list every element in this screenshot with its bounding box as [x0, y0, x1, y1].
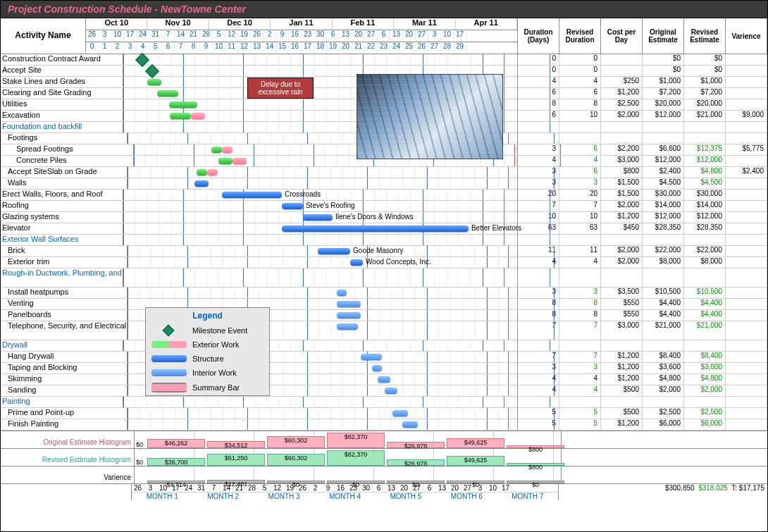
- page-title: Project Construction Schedule - NewTowne…: [1, 1, 767, 18]
- task-bar[interactable]: [337, 323, 358, 330]
- task-row[interactable]: Hang Drywall77$1,200$8,400$8,400: [1, 352, 767, 363]
- task-bar[interactable]: [197, 169, 207, 175]
- cell-dur: 7: [518, 321, 559, 340]
- cell-cpd: $3,500: [601, 287, 643, 298]
- cell-var: [726, 99, 767, 110]
- task-bar[interactable]: [392, 410, 408, 416]
- histogram-label: Varience: [1, 466, 135, 483]
- task-row[interactable]: Telephone, Security, and Electrical Wiri…: [1, 321, 767, 340]
- activity-name: Walls: [1, 178, 128, 189]
- task-row[interactable]: Exterior Wall Surfaces: [1, 235, 767, 246]
- task-row[interactable]: BrickGoode Masonry1111$2,000$22,000$22,0…: [1, 246, 767, 257]
- task-row[interactable]: Painting: [1, 397, 767, 408]
- task-bar[interactable]: [282, 203, 303, 209]
- task-row[interactable]: Exterior trimWood Concepts, Inc.44$2,000…: [1, 257, 767, 268]
- task-bar[interactable]: [361, 354, 382, 360]
- cell-cpd: [601, 397, 643, 407]
- task-row[interactable]: Rough-in Ductwork, Plumbing, and Electri…: [1, 268, 767, 287]
- task-row[interactable]: Install heatpumps33$3,500$10,500$10,500: [1, 287, 767, 299]
- task-bar[interactable]: [169, 101, 197, 108]
- task-row[interactable]: Glazing systemsIlene's Doors & Windows10…: [1, 212, 767, 223]
- cell-cpd: $2,000: [601, 111, 643, 121]
- task-bar[interactable]: [211, 147, 222, 153]
- col-revised: Revised Duration: [559, 18, 601, 54]
- cell-cpd: $2,500: [601, 99, 643, 110]
- task-row[interactable]: Construction Contract Award00$0$0: [1, 54, 767, 66]
- milestone-icon: [145, 64, 159, 78]
- task-bar[interactable]: [282, 225, 469, 232]
- cell-rev: [559, 268, 601, 287]
- cell-re: $10,500: [684, 287, 726, 298]
- delay-bar: [233, 158, 247, 164]
- activity-name: Erect Walls, Floors, and Roof: [1, 190, 123, 200]
- task-row[interactable]: RoofingSteve's Roofing77$2,000$14,000$14…: [1, 201, 767, 212]
- cell-cpd: $1,200: [601, 374, 643, 385]
- activity-name: Clearing and Site Grading: [1, 88, 123, 99]
- task-row[interactable]: Drywall: [1, 340, 767, 352]
- cell-dur: 6: [518, 88, 559, 99]
- cell-oe: $0: [643, 66, 684, 76]
- task-row[interactable]: Prime and Point-up55$500$2,500$2,500: [1, 408, 767, 419]
- task-bar[interactable]: [372, 365, 382, 371]
- index-header: 21: [352, 42, 365, 54]
- task-row[interactable]: Sanding44$500$2,000$2,000: [1, 385, 767, 397]
- task-row[interactable]: Skimming44$1,200$4,800$4,800: [1, 374, 767, 385]
- activity-name: Foundation and backfill: [1, 122, 123, 132]
- task-row[interactable]: ElevatorBetter Elevators6363$450$28,350$…: [1, 223, 767, 235]
- task-bar[interactable]: [194, 180, 209, 187]
- task-bar[interactable]: [378, 376, 390, 383]
- month-header: Mar 11: [394, 18, 455, 30]
- task-bar[interactable]: [337, 312, 361, 318]
- task-bar[interactable]: [385, 388, 397, 394]
- cell-oe: $7,200: [643, 88, 684, 99]
- index-header: 23: [378, 42, 390, 54]
- day-header: 3: [428, 30, 441, 42]
- task-row[interactable]: Finish Painting55$1,200$6,000$6,000: [1, 419, 767, 431]
- cell-cpd: $500: [601, 408, 643, 419]
- day-header: 20: [403, 30, 416, 42]
- cell-re: $21,000: [684, 321, 726, 340]
- task-row[interactable]: Erect Walls, Floors, and RoofCrossroads2…: [1, 190, 767, 201]
- task-bar[interactable]: [337, 290, 347, 296]
- index-header: 25: [403, 42, 416, 54]
- task-bar[interactable]: [222, 192, 282, 198]
- cell-dur: 4: [518, 156, 559, 166]
- histogram-bar: $4,714: [147, 481, 205, 483]
- col-duration: Duration (Days): [518, 18, 559, 54]
- cell-re: $12,000: [684, 212, 726, 223]
- histogram-bar: $12,461: [207, 480, 265, 483]
- cell-rev: 5: [559, 419, 601, 430]
- task-bar[interactable]: [303, 214, 333, 221]
- total-oe: $300,850: [665, 484, 695, 492]
- cell-re: $12,375: [684, 144, 726, 155]
- cell-dur: 4: [518, 385, 559, 396]
- task-bar[interactable]: [318, 248, 350, 254]
- task-row[interactable]: Walls33$1,500$4,500$4,500: [1, 178, 767, 190]
- exterior-swatch: [151, 341, 187, 348]
- task-bar[interactable]: [157, 90, 178, 97]
- histogram-area: $0$36,700$61,250$60,302$82,370$26,978$49…: [135, 449, 562, 466]
- month-header: Dec 10: [209, 18, 271, 30]
- task-bar[interactable]: [350, 259, 363, 266]
- gantt-cell: Wood Concepts, Inc.: [128, 257, 518, 268]
- task-bar[interactable]: [147, 79, 161, 85]
- cell-re: $3,600: [684, 363, 726, 373]
- cell-dur: 5: [518, 408, 559, 419]
- task-bar[interactable]: [170, 113, 191, 119]
- cell-var: [726, 156, 767, 166]
- task-row[interactable]: Venting88$550$4,400$4,400: [1, 299, 767, 310]
- task-row[interactable]: Accept SiteSlab on Grade36$800$2,400$4,8…: [1, 167, 767, 178]
- task-row[interactable]: Panelboards88$550$4,400$4,400: [1, 310, 767, 321]
- day-header: 27: [365, 30, 378, 42]
- cell-cpd: $3,000: [601, 156, 643, 166]
- task-bar[interactable]: [218, 158, 233, 164]
- index-header: 5: [149, 42, 162, 54]
- task-row[interactable]: Taping and Blocking33$1,200$3,600$3,600: [1, 363, 767, 374]
- cell-oe: $12,000: [643, 111, 684, 121]
- gantt-cell: [123, 235, 518, 245]
- cell-dur: [518, 235, 559, 245]
- task-bar[interactable]: [337, 301, 361, 307]
- activity-name: Venting: [1, 299, 128, 309]
- task-bar[interactable]: [402, 421, 418, 428]
- cell-rev: 8: [559, 99, 601, 110]
